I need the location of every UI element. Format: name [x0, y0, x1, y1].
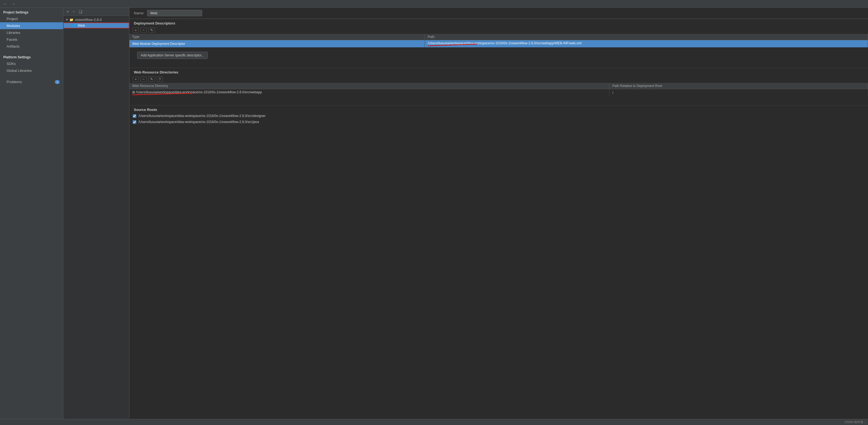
tree-node-project[interactable]: ▼ 📁 osworkflow-2.8.0	[63, 17, 129, 23]
source-root-path-0: /Users/liusuxia/workspace/idea-workspace…	[138, 114, 266, 118]
web-dir-text: ⊞ /Users/liusuxia/workspace/idea-workspa…	[132, 90, 262, 94]
name-row: Name:	[129, 8, 868, 19]
deployment-table: Type Path Web Module Deployment Descript…	[129, 34, 868, 47]
source-roots-header: Source Roots	[129, 105, 868, 113]
problems-row-container: Problems 1	[0, 78, 63, 85]
web-module-icon: 🌐	[72, 24, 76, 28]
problems-label: Problems	[7, 80, 22, 84]
main-layout: Project Settings Project Modules Librari…	[0, 8, 868, 419]
sidebar-item-global-libraries[interactable]: Global Libraries	[0, 67, 63, 74]
deployment-remove-button[interactable]: −	[141, 28, 147, 33]
spacer-2	[129, 96, 868, 101]
sidebar-item-artifacts[interactable]: Artifacts	[0, 43, 63, 50]
source-root-path-1: /Users/liusuxia/workspace/idea-workspace…	[138, 120, 259, 124]
name-input[interactable]	[147, 10, 202, 16]
web-add-button[interactable]: +	[133, 76, 139, 82]
web-resources-header: Web Resource Directories	[129, 68, 868, 75]
path-annotation-wrapper: /Users/liusuxia/workspace/idea-workspace…	[428, 41, 865, 46]
project-settings-title: Project Settings	[0, 8, 63, 15]
deployment-descriptor-row[interactable]: Web Module Deployment Descriptor /Users/…	[129, 40, 868, 47]
web-help-button[interactable]: ?	[157, 76, 163, 82]
status-bar: USON 制作者...	[0, 419, 868, 425]
top-bar: ← →	[0, 0, 868, 8]
sidebar-item-libraries[interactable]: Libraries	[0, 29, 63, 36]
problems-badge: 1	[55, 80, 60, 84]
tree-node-web[interactable]: 🌐 Web	[63, 23, 129, 28]
web-resource-row[interactable]: ⊞ /Users/liusuxia/workspace/idea-workspa…	[129, 89, 868, 97]
sidebar-item-facets[interactable]: Facets	[0, 36, 63, 43]
web-resource-table: Web Resource Directory Path Relative to …	[129, 83, 868, 96]
web-dir-annotation-wrapper: ⊞ /Users/liusuxia/workspace/idea-workspa…	[132, 90, 607, 95]
tree-module-label: Web	[78, 23, 85, 28]
descriptor-type-cell: Web Module Deployment Descriptor	[129, 40, 425, 47]
descriptor-path-text: /Users/liusuxia/workspace/idea-workspace…	[428, 41, 865, 45]
module-tree-toolbar: + − ❑	[63, 8, 129, 16]
web-dir-cell: ⊞ /Users/liusuxia/workspace/idea-workspa…	[129, 89, 610, 97]
web-path-column-header: Path Relative to Deployment Root	[610, 83, 868, 89]
tree-content: ▼ 📁 osworkflow-2.8.0 🌐 Web	[63, 16, 129, 29]
source-root-checkbox-0[interactable]	[133, 114, 136, 118]
deployment-edit-button[interactable]: ✎	[148, 28, 155, 33]
deployment-add-button[interactable]: +	[133, 28, 139, 33]
platform-settings-title: Platform Settings	[0, 53, 63, 60]
module-add-button[interactable]: +	[66, 9, 70, 14]
descriptor-path-cell: /Users/liusuxia/workspace/idea-workspace…	[425, 40, 868, 47]
source-root-checkbox-1[interactable]	[133, 120, 136, 124]
sidebar-item-project[interactable]: Project	[0, 15, 63, 22]
web-dir-column-header: Web Resource Directory	[129, 83, 610, 89]
sidebar-item-modules[interactable]: Modules	[0, 22, 63, 29]
deployment-toolbar: + − ✎	[129, 26, 868, 34]
add-server-button[interactable]: Add Application Server specific descript…	[137, 52, 208, 59]
module-tree-panel: + − ❑ ▼ 📁 osworkflow-2.8.0 🌐 Web	[63, 8, 129, 419]
deployment-descriptors-header: Deployment Descriptors	[129, 19, 868, 26]
sidebar-item-sdks[interactable]: SDKs	[0, 60, 63, 67]
spacer-1	[129, 63, 868, 68]
web-remove-button[interactable]: −	[141, 76, 147, 82]
web-edit-button[interactable]: ✎	[148, 76, 155, 82]
path-column-header: Path	[425, 34, 868, 40]
module-remove-button[interactable]: −	[71, 9, 76, 14]
sidebar-item-problems[interactable]: Problems 1	[0, 78, 63, 85]
tree-project-label: osworkflow-2.8.0	[75, 18, 102, 22]
type-column-header: Type	[129, 34, 425, 40]
spacer-3	[129, 101, 868, 105]
web-path-relative-cell: /	[610, 89, 868, 97]
name-label: Name:	[134, 11, 144, 15]
content-area: Name: Deployment Descriptors + − ✎ Type …	[129, 8, 868, 419]
source-root-item-1: /Users/liusuxia/workspace/idea-workspace…	[129, 119, 868, 125]
module-copy-button[interactable]: ❑	[78, 9, 84, 14]
status-text: USON 制作者...	[845, 420, 866, 424]
source-root-item-0: /Users/liusuxia/workspace/idea-workspace…	[129, 113, 868, 119]
tree-expand-arrow: ▼	[66, 18, 68, 21]
add-server-container: Add Application Server specific descript…	[129, 47, 868, 63]
folder-icon: 📁	[69, 18, 73, 22]
web-resources-toolbar: + − ✎ ?	[129, 75, 868, 83]
back-button[interactable]: ←	[2, 1, 8, 7]
sidebar: Project Settings Project Modules Librari…	[0, 8, 63, 419]
forward-button[interactable]: →	[10, 1, 17, 7]
